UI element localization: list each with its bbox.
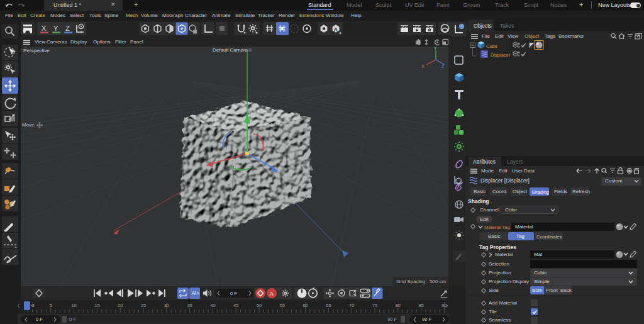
svg-text:40: 40: [210, 303, 215, 308]
svg-text:A: A: [270, 291, 274, 297]
svg-text:45: 45: [233, 303, 238, 308]
svg-text:0 F: 0 F: [230, 291, 237, 296]
svg-text:85: 85: [418, 303, 423, 308]
svg-text:70: 70: [349, 303, 354, 308]
svg-text:25: 25: [141, 303, 146, 308]
svg-text:15: 15: [94, 303, 99, 308]
svg-text:65: 65: [326, 303, 331, 308]
svg-text:30: 30: [164, 303, 169, 308]
svg-text:Displacer: Displacer: [491, 52, 511, 58]
svg-text:Z: Z: [65, 25, 70, 32]
svg-text:X: X: [421, 64, 425, 69]
svg-text:Y: Y: [434, 47, 437, 50]
svg-text:10: 10: [71, 303, 76, 308]
svg-text:Y: Y: [53, 25, 58, 32]
svg-text:Grid Spacing : 500 cm: Grid Spacing : 500 cm: [396, 279, 446, 284]
svg-text:X: X: [42, 25, 47, 32]
svg-text:35: 35: [187, 303, 192, 308]
svg-text:A: A: [334, 26, 338, 33]
svg-text:80: 80: [396, 303, 401, 308]
svg-text:A: A: [192, 290, 196, 296]
svg-text:5: 5: [50, 303, 52, 308]
svg-text:55: 55: [280, 303, 285, 308]
svg-text:60: 60: [303, 303, 308, 308]
svg-text:Z: Z: [441, 64, 445, 69]
svg-text:Cube: Cube: [486, 43, 497, 49]
svg-text:0: 0: [31, 303, 35, 308]
svg-text:20: 20: [118, 303, 123, 308]
svg-text:50: 50: [257, 303, 262, 308]
svg-text:75: 75: [372, 303, 377, 308]
